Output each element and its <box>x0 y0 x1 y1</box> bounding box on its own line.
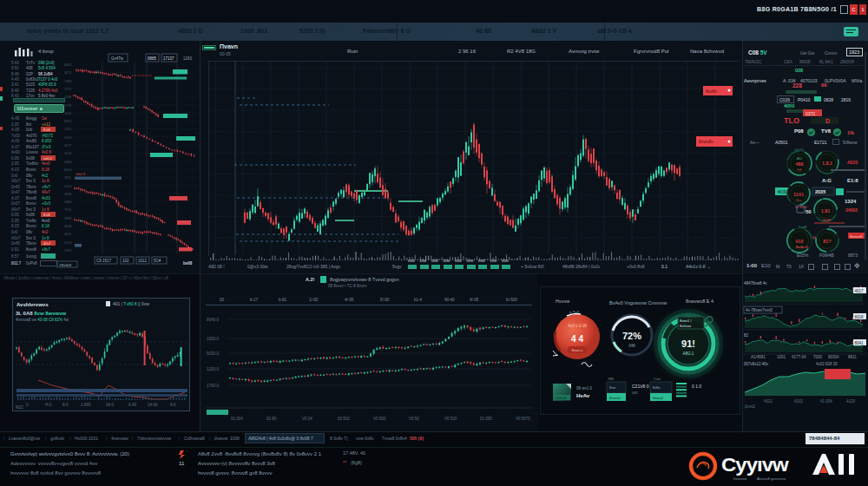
svg-text:4120: 4120 <box>846 399 856 404</box>
svg-text:βvvd2: βvvd2 <box>745 404 756 409</box>
svg-text:4017: 4017 <box>855 289 865 293</box>
svg-text:7000: 7000 <box>813 355 823 359</box>
svg-text:1001: 1001 <box>777 355 786 359</box>
svg-text:4102: 4102 <box>794 399 804 404</box>
svg-text:8811: 8811 <box>848 355 857 359</box>
svg-text:82: 82 <box>744 333 749 338</box>
svg-text:8041: 8041 <box>855 341 865 345</box>
svg-text:4177-04: 4177-04 <box>792 355 806 359</box>
svg-text:007v8v12 40v: 007v8v12 40v <box>744 362 769 366</box>
svg-text:48478vw8 4v: 48478vw8 4v <box>744 281 767 286</box>
svg-text:41 004: 41 004 <box>820 399 832 404</box>
svg-text:80304: 80304 <box>828 355 839 359</box>
svg-text:4v02 828 30: 4v02 828 30 <box>816 362 838 366</box>
svg-text:8018: 8018 <box>855 315 865 319</box>
svg-text:4v-78vwv7vvv0: 4v-78vwv7vvv0 <box>746 308 773 312</box>
svg-text:4022: 4022 <box>764 399 773 404</box>
svg-text:A1/4581: A1/4581 <box>751 355 766 359</box>
